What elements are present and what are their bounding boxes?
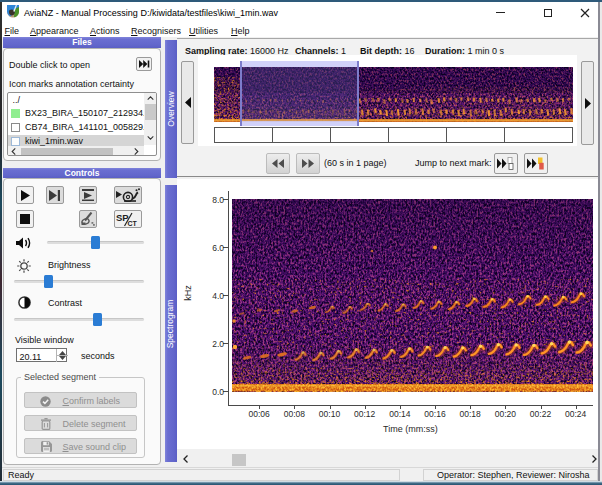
svg-text:CT: CT (128, 220, 138, 227)
